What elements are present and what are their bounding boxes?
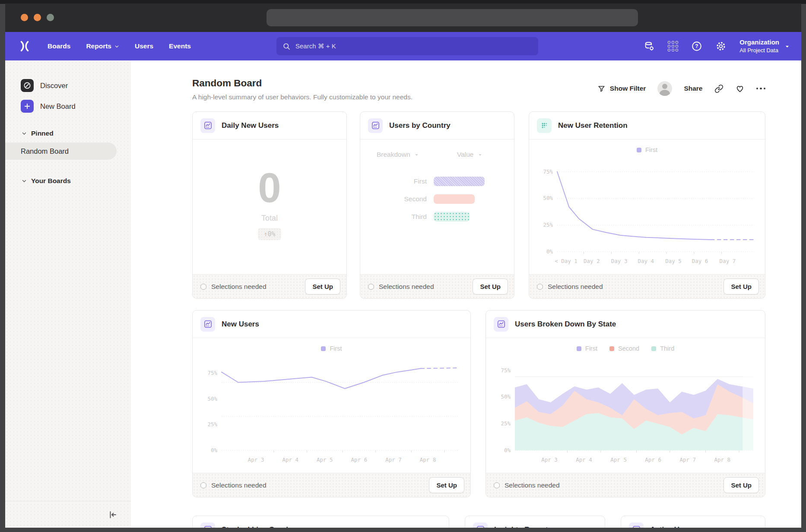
svg-text:0%: 0% (546, 248, 553, 255)
svg-text:75%: 75% (207, 370, 217, 376)
circle-icon (200, 482, 206, 488)
window-minimize-button[interactable] (34, 14, 41, 21)
svg-text:25%: 25% (207, 421, 217, 428)
nav-reports[interactable]: Reports (86, 42, 119, 50)
set-up-button[interactable]: Set Up (723, 279, 759, 294)
cards-row-2: New Users First 75%50%25%0%Apr 3Apr 4Apr… (192, 310, 765, 497)
org-name: Organization (739, 38, 779, 47)
set-up-button[interactable]: Set Up (429, 477, 464, 493)
legend-item[interactable]: First (321, 345, 342, 352)
selections-needed-label: Selections needed (379, 283, 434, 291)
sidebar-item-random-board[interactable]: Random Board (5, 142, 117, 160)
app-body: Discover New Board Pinned Random Board Y… (5, 60, 801, 528)
breakdown-value-bar (434, 177, 485, 186)
circle-icon (368, 284, 374, 290)
set-up-button[interactable]: Set Up (723, 477, 759, 493)
legend-item[interactable]: First (577, 345, 597, 352)
sidebar-section-your-boards[interactable]: Your Boards (5, 177, 131, 185)
metric-delta-badge: ↑0% (258, 228, 281, 240)
card-daily-new-users: Daily New Users 0 Total ↑0% Selections n… (192, 111, 347, 299)
svg-text:Apr 8: Apr 8 (714, 456, 730, 463)
svg-text:Apr 6: Apr 6 (645, 456, 661, 463)
value-column-select[interactable]: Value (457, 151, 482, 158)
legend-item[interactable]: First (637, 146, 657, 153)
svg-text:Apr 5: Apr 5 (317, 456, 333, 463)
circle-icon (537, 284, 543, 290)
line-chart-icon (200, 118, 215, 133)
chevron-down-icon (22, 131, 27, 136)
data-management-icon[interactable] (644, 41, 655, 52)
breakdown-column-select[interactable]: Breakdown (377, 151, 457, 158)
more-options-button[interactable] (756, 88, 766, 90)
nav-boards[interactable]: Boards (48, 42, 70, 50)
show-filter-label: Show Filter (610, 85, 646, 92)
sidebar-discover-label: Discover (40, 82, 68, 90)
copy-link-button[interactable] (714, 84, 723, 93)
breakdown-row-label: First (360, 177, 427, 185)
sidebar-section-pinned[interactable]: Pinned (5, 130, 131, 137)
svg-text:75%: 75% (501, 367, 511, 374)
svg-text:50%: 50% (207, 396, 217, 402)
svg-text:Apr 5: Apr 5 (610, 456, 627, 463)
svg-text:Apr 4: Apr 4 (576, 456, 592, 463)
nav-reports-label: Reports (86, 42, 111, 50)
board-content: Random Board A high-level summary of use… (131, 60, 801, 528)
navbar-actions: ? Organization All Project Data (644, 38, 790, 54)
sidebar-new-board-label: New Board (40, 102, 76, 111)
plus-icon (21, 100, 34, 113)
board-header: Random Board A high-level summary of use… (192, 78, 765, 101)
svg-text:0%: 0% (211, 447, 218, 453)
selections-needed: Selections needed (368, 283, 434, 291)
svg-text:25%: 25% (543, 222, 553, 228)
favorite-button[interactable] (735, 84, 745, 93)
set-up-button[interactable]: Set Up (305, 279, 340, 294)
selections-needed: Selections needed (200, 283, 267, 291)
window-zoom-button[interactable] (47, 14, 54, 21)
legend-item[interactable]: Second (609, 345, 639, 352)
metric-value: 0 (258, 167, 281, 209)
share-button[interactable]: Share (684, 85, 702, 92)
chart-legend: FirstSecondThird (486, 344, 765, 353)
chevron-down-icon (784, 44, 790, 49)
board-toolbar: Show Filter Share (597, 81, 765, 96)
nav-boards-label: Boards (48, 42, 70, 50)
window-close-button[interactable] (21, 14, 28, 21)
value-label: Value (457, 151, 474, 158)
avatar[interactable] (657, 81, 672, 96)
selections-needed: Selections needed (200, 481, 267, 489)
card-insights-report: Insights Report (465, 516, 605, 528)
address-bar[interactable] (267, 9, 638, 26)
settings-gear-icon[interactable] (715, 41, 727, 52)
sidebar-item-discover[interactable]: Discover (5, 75, 131, 96)
card-footer: Selections needed Set Up (193, 274, 346, 298)
apps-grid-icon[interactable] (668, 41, 678, 51)
legend-item[interactable]: Third (651, 345, 674, 352)
selections-needed-label: Selections needed (505, 481, 560, 489)
discover-compass-icon (21, 79, 34, 92)
org-project: All Project Data (739, 47, 779, 54)
card-header: Users Broken Down By State (486, 310, 765, 338)
svg-text:0%: 0% (504, 447, 511, 453)
sidebar-footer (5, 501, 131, 528)
legend-swatch (651, 346, 656, 351)
card-header: Insights Report (465, 516, 605, 528)
mixpanel-logo-icon[interactable] (18, 40, 31, 53)
metric-label: Total (261, 214, 278, 223)
nav-events-label: Events (169, 42, 191, 50)
nav-events[interactable]: Events (169, 42, 191, 50)
cards-row-1: Daily New Users 0 Total ↑0% Selections n… (192, 111, 765, 299)
org-switcher[interactable]: Organization All Project Data (739, 38, 790, 54)
page-subtitle: A high-level summary of user behaviors. … (192, 93, 413, 101)
window-controls (21, 14, 54, 21)
sidebar-item-new-board[interactable]: New Board (5, 96, 131, 117)
help-icon[interactable]: ? (691, 41, 702, 52)
nav-users[interactable]: Users (135, 42, 153, 50)
breakdown-row-label: Second (360, 195, 427, 203)
search-input[interactable]: Search ⌘ + K (276, 37, 538, 55)
card-header: Active Users (621, 516, 765, 528)
show-filter-button[interactable]: Show Filter (597, 85, 646, 93)
collapse-sidebar-button[interactable] (108, 510, 118, 520)
set-up-button[interactable]: Set Up (473, 279, 508, 294)
card-footer: Selections needed Set Up (486, 473, 765, 497)
card-title: Insights Report (494, 526, 548, 528)
